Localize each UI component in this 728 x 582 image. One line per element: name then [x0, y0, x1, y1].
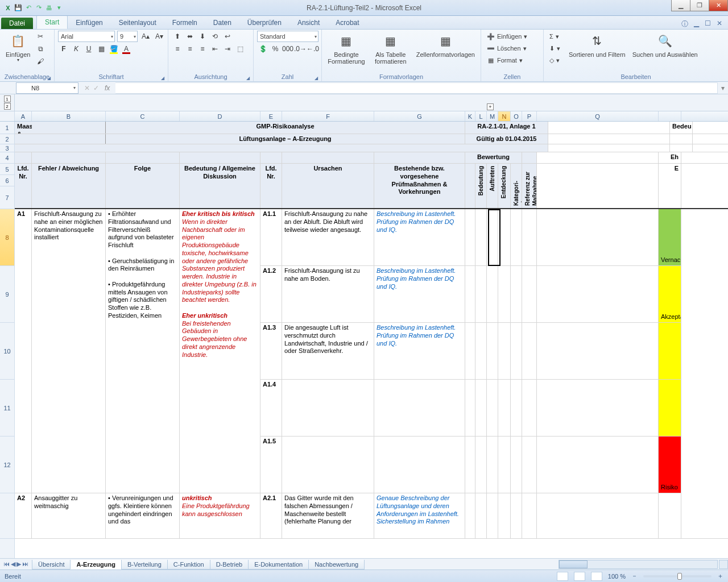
cell[interactable]: Frischluft-Ansaugung ist zu nahe am Bode… [282, 266, 374, 322]
zoom-slider[interactable] [643, 575, 712, 577]
comma-button[interactable]: 000 [282, 43, 293, 55]
col-header[interactable]: C [106, 111, 180, 121]
hdr-bedeutung[interactable]: Bedeutung / Allgemeine Diskussion [180, 164, 260, 208]
cell[interactable]: Bedeu [670, 122, 693, 134]
cell[interactable]: GMP-Risikoanalyse [106, 122, 465, 134]
font-size-combo[interactable]: 9 [117, 31, 138, 42]
cell[interactable] [15, 152, 32, 163]
cell[interactable]: Beschreibung im Lastenheft. Prüfung im R… [374, 323, 465, 379]
horizontal-scrollbar[interactable] [559, 560, 718, 569]
format-cells-button[interactable]: ▦Format ▾ [485, 55, 530, 66]
launcher-icon[interactable]: ◢ [47, 76, 51, 81]
font-color-button[interactable]: A [121, 43, 132, 55]
number-format-combo[interactable]: Standard [257, 31, 318, 42]
select-all-corner[interactable] [0, 111, 15, 121]
cell[interactable]: Gültig ab 01.04.2015 [465, 134, 548, 144]
hdr-bed[interactable]: Bedeutung [478, 165, 485, 197]
orientation-button[interactable]: ⟲ [209, 31, 221, 42]
col-header[interactable]: F [282, 111, 374, 121]
hdr-kat[interactable]: Kategori-sierung [513, 165, 522, 207]
cell[interactable]: A1.1 [260, 209, 282, 265]
cell[interactable]: unkritisch Eine Produktgefährdung kann a… [180, 493, 260, 538]
increase-indent-button[interactable]: ⇥ [222, 43, 233, 55]
cell[interactable]: Beschreibung im Lastenheft. Prüfung im R… [374, 209, 465, 265]
restore-workbook-icon[interactable]: ☐ [705, 19, 711, 29]
close-button[interactable]: ✕ [709, 0, 728, 11]
launcher-icon[interactable]: ◢ [246, 76, 250, 81]
align-left-button[interactable]: ≡ [172, 43, 183, 55]
paste-button[interactable]: 📋 Einfügen▾ [3, 31, 32, 64]
col-header[interactable]: O [511, 111, 522, 121]
hdr-pruef[interactable]: Bestehende bzw. vorgesehene Prüfmaßnahme… [374, 164, 465, 208]
outline-level-1[interactable]: 1 [4, 95, 11, 102]
insert-cells-button[interactable]: ➕Einfügen ▾ [485, 31, 530, 42]
row-header[interactable]: 10 [0, 323, 14, 380]
redo-icon[interactable]: ↷ [34, 3, 43, 13]
cell[interactable]: Beschreibung im Lastenheft. Prüfung im R… [374, 266, 465, 322]
cell-styles-button[interactable]: ▦Zellenformatvorlagen [414, 31, 477, 59]
formula-input[interactable] [115, 82, 718, 94]
percent-button[interactable]: % [270, 43, 281, 55]
increase-decimal-button[interactable]: .0→ [295, 43, 306, 55]
sheet-nav-last[interactable]: ⏭ [22, 560, 28, 568]
col-header[interactable]: P [522, 111, 537, 121]
undo-icon[interactable]: ↶ [24, 3, 33, 13]
print-icon[interactable]: 🖶 [44, 3, 53, 13]
row-header[interactable]: 6 [0, 175, 14, 186]
outline-level-2[interactable]: 2 [4, 103, 11, 110]
hdr-auf[interactable]: Auftreten [489, 165, 497, 192]
spreadsheet-grid[interactable]: A B C D E F G K L M N O P Q 1 2 3 4 5 6 … [0, 111, 728, 569]
hdr-lfd[interactable]: Lfd. Nr. [15, 164, 32, 208]
align-bottom-button[interactable]: ⬇ [197, 31, 208, 42]
save-icon[interactable]: 💾 [14, 3, 23, 13]
align-middle-button[interactable]: ⬌ [184, 31, 196, 42]
hdr-ent[interactable]: Entdeckung [500, 165, 508, 199]
sheet-nav-next[interactable]: ▶ [16, 560, 21, 568]
sheet-nav-prev[interactable]: ◀ [11, 560, 15, 568]
wrap-text-button[interactable]: ↩ [222, 31, 233, 42]
side-label[interactable]: VernachRisiko [659, 209, 681, 265]
hdr-fehler[interactable]: Fehler / Abweichung [32, 164, 106, 208]
underline-button[interactable]: U [83, 43, 94, 55]
view-normal-button[interactable] [557, 572, 568, 581]
cell[interactable]: Das Gitter wurde mit den falschen Abmess… [282, 493, 374, 538]
italic-button[interactable]: K [71, 43, 82, 55]
border-button[interactable]: ▦ [96, 43, 107, 55]
sheet-nav-first[interactable]: ⏮ [3, 560, 10, 568]
row-header[interactable]: 3 [0, 144, 14, 152]
bold-button[interactable]: F [58, 43, 69, 55]
col-header[interactable]: B [32, 111, 106, 121]
tab-view[interactable]: Ansicht [289, 16, 328, 29]
cell[interactable]: Frischluft-Ansaugung zu nahe an einer mö… [32, 209, 106, 493]
expand-formula-icon[interactable]: ▾ [718, 84, 728, 92]
cell[interactable]: Eher kritisch bis kritisch Wenn in direk… [180, 209, 260, 493]
zoom-level[interactable]: 100 % [608, 573, 626, 580]
cell[interactable]: Genaue Beschreibung der Lüftungsanlage u… [374, 493, 465, 538]
minimize-button[interactable]: ▁ [671, 0, 690, 11]
cell[interactable]: E [659, 164, 681, 208]
active-cell[interactable] [498, 209, 511, 265]
col-header[interactable]: K [465, 111, 475, 121]
cell[interactable]: A1.2 [260, 266, 282, 322]
cell[interactable]: A1.5 [260, 436, 282, 493]
sheet-tab-active[interactable]: A-Erzeugung [70, 560, 121, 569]
qat-more-icon[interactable]: ▾ [55, 3, 64, 13]
row-header[interactable]: 9 [0, 266, 14, 323]
clear-button[interactable]: ◇▾ [547, 55, 564, 66]
minimize-ribbon-icon[interactable]: ▁ [694, 19, 699, 29]
row-header[interactable]: 7 [0, 186, 14, 209]
zoom-out-button[interactable]: － [631, 572, 638, 580]
cell[interactable]: A1.4 [260, 380, 282, 436]
cell[interactable] [548, 122, 670, 134]
delete-cells-button[interactable]: ➖Löschen ▾ [485, 43, 530, 54]
conditional-formatting-button[interactable]: ▦Bedingte Formatierung [325, 31, 367, 66]
hdr-lfd2[interactable]: Lfd. Nr. [260, 164, 282, 208]
row-header[interactable]: 12 [0, 436, 14, 493]
sheet-tab[interactable]: D-Betrieb [210, 560, 249, 569]
view-pagebreak-button[interactable] [591, 572, 602, 581]
autosum-button[interactable]: Σ▾ [547, 31, 564, 42]
col-header[interactable]: E [260, 111, 282, 121]
sheet-tab[interactable]: E-Dokumentation [248, 560, 309, 569]
cancel-fx-icon[interactable]: ✕ [84, 84, 90, 92]
launcher-icon[interactable]: ◢ [315, 76, 318, 81]
